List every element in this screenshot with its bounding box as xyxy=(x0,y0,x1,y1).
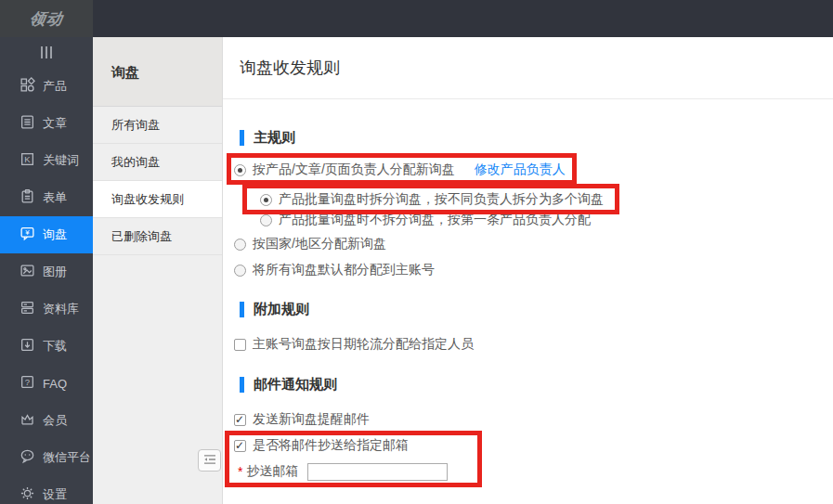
sidebar-item-label: 微信平台 xyxy=(43,449,91,466)
radio-selected[interactable] xyxy=(234,164,246,176)
faq-icon: ? xyxy=(20,374,35,393)
sidebar-item-label: 设置 xyxy=(43,486,67,503)
svg-text:¥: ¥ xyxy=(25,228,30,237)
checkbox-checked[interactable] xyxy=(234,440,246,452)
section-accent-bar xyxy=(240,377,244,393)
sidebar-item-label: FAQ xyxy=(43,377,67,391)
sidebar-item-label: 询盘 xyxy=(43,226,67,243)
sidebar-collapse-icon[interactable] xyxy=(0,37,93,68)
modify-product-owner-link[interactable]: 修改产品负责人 xyxy=(475,162,566,178)
library-icon xyxy=(20,300,35,318)
logo-text: 领动 xyxy=(28,8,65,30)
page-title: 询盘收发规则 xyxy=(240,37,340,99)
sidebar-item-label: 关键词 xyxy=(43,152,79,169)
submenu-item-my-inquiries[interactable]: 我的询盘 xyxy=(93,144,222,181)
radio-option-assign-by-owner[interactable]: 按产品/文章/页面负责人分配新询盘 修改产品负责人 xyxy=(234,161,566,179)
section-heading-email-rules: 邮件通知规则 xyxy=(240,375,337,394)
required-asterisk: * xyxy=(238,464,242,479)
sidebar-item-settings[interactable]: 设置 xyxy=(0,476,93,504)
topbar: 领动 xyxy=(0,0,833,37)
radio-option-no-split-inquiry[interactable]: 产品批量询盘时不拆分询盘，按第一条产品负责人分配 xyxy=(260,211,591,229)
sidebar-item-faq[interactable]: ? FAQ xyxy=(0,365,93,402)
radio-option-assign-by-country[interactable]: 按国家/地区分配新询盘 xyxy=(234,235,386,253)
sidebar-item-label: 表单 xyxy=(43,189,67,206)
sidebar-item-members[interactable]: 会员 xyxy=(0,402,93,439)
app-window: 领动 产品 文章 K 关键词 表单 ¥ 询盘 图册 xyxy=(0,0,833,504)
member-icon xyxy=(20,411,35,430)
page-header: 询盘收发规则 xyxy=(223,37,833,99)
checkbox-checked[interactable] xyxy=(234,414,246,426)
svg-text:?: ? xyxy=(25,377,30,387)
keyword-icon: K xyxy=(20,151,35,170)
sidebar-item-label: 资料库 xyxy=(43,301,79,317)
radio-unselected[interactable] xyxy=(234,265,246,277)
radio-unselected[interactable] xyxy=(260,214,272,226)
sidebar-item-articles[interactable]: 文章 xyxy=(0,105,93,142)
sidebar-item-label: 产品 xyxy=(43,78,67,95)
checkbox-option-rotate-by-date[interactable]: 主账号询盘按日期轮流分配给指定人员 xyxy=(234,335,474,354)
logo: 领动 xyxy=(0,0,93,37)
sidebar-item-downloads[interactable]: 下载 xyxy=(0,328,93,365)
radio-selected[interactable] xyxy=(260,194,272,206)
sidebar-item-keywords[interactable]: K 关键词 xyxy=(0,142,93,179)
sidebar-item-inquiries[interactable]: ¥ 询盘 xyxy=(0,216,93,253)
sidebar-item-gallery[interactable]: 图册 xyxy=(0,253,93,291)
svg-text:K: K xyxy=(24,154,31,164)
inquiry-icon: ¥ xyxy=(20,226,35,244)
products-icon xyxy=(20,77,35,96)
sidebar-item-library[interactable]: 资料库 xyxy=(0,291,93,328)
sidebar: 产品 文章 K 关键词 表单 ¥ 询盘 图册 资料库 下载 xyxy=(0,37,93,504)
cc-email-field-row: * 抄送邮箱 xyxy=(238,461,448,482)
main-content: 询盘收发规则 主规则 按产品/文章/页面负责人分配新询盘 修改产品负责人 产品批… xyxy=(223,37,833,504)
section-heading-main-rules: 主规则 xyxy=(240,128,295,147)
checkbox-option-cc-to-specified-email[interactable]: 是否将邮件抄送给指定邮箱 xyxy=(234,436,409,455)
submenu-item-inquiry-rules[interactable]: 询盘收发规则 xyxy=(93,181,222,218)
settings-icon xyxy=(20,485,35,504)
sidebar-item-wechat[interactable]: 微信平台 xyxy=(0,439,93,476)
checkbox-option-send-new-inquiry-email[interactable]: 发送新询盘提醒邮件 xyxy=(234,410,370,429)
sidebar-item-label: 下载 xyxy=(43,338,67,355)
cc-email-input[interactable] xyxy=(307,463,448,481)
collapse-submenu-button[interactable] xyxy=(198,449,221,472)
radio-option-assign-to-main-account[interactable]: 将所有询盘默认都分配到主账号 xyxy=(234,261,435,279)
section-heading-additional-rules: 附加规则 xyxy=(240,300,309,318)
sidebar-item-forms[interactable]: 表单 xyxy=(0,179,93,216)
download-icon xyxy=(20,337,35,355)
radio-unselected[interactable] xyxy=(234,239,246,251)
section-accent-bar xyxy=(240,130,244,146)
article-icon xyxy=(20,114,35,133)
sidebar-item-label: 会员 xyxy=(43,412,67,429)
submenu-item-all-inquiries[interactable]: 所有询盘 xyxy=(93,107,222,144)
wechat-icon xyxy=(20,448,35,467)
collapse-submenu-icon xyxy=(203,452,216,469)
sidebar-item-products[interactable]: 产品 xyxy=(0,68,93,105)
submenu-panel: 询盘 所有询盘 我的询盘 询盘收发规则 已删除询盘 xyxy=(93,37,223,504)
section-accent-bar xyxy=(240,302,244,317)
gallery-icon xyxy=(20,263,35,281)
cc-email-label: 抄送邮箱 xyxy=(246,463,298,480)
checkbox-unchecked[interactable] xyxy=(234,339,246,351)
sidebar-item-label: 文章 xyxy=(43,115,67,132)
radio-option-split-inquiry[interactable]: 产品批量询盘时拆分询盘，按不同负责人拆分为多个询盘 xyxy=(260,190,604,209)
form-icon xyxy=(20,188,35,207)
submenu-item-deleted-inquiries[interactable]: 已删除询盘 xyxy=(93,218,222,255)
sidebar-item-label: 图册 xyxy=(43,264,67,280)
submenu-title: 询盘 xyxy=(93,37,222,107)
